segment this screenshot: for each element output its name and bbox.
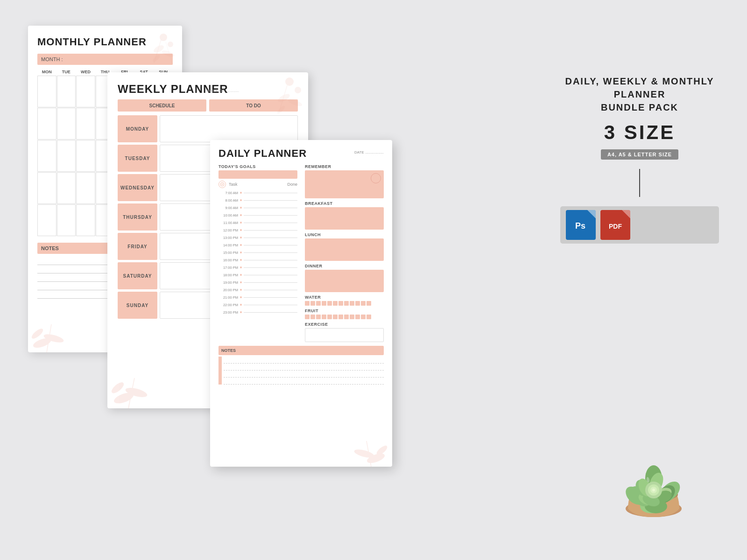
daily-floral-bottom: [341, 425, 392, 467]
table-row: [57, 204, 76, 236]
water-label: WATER: [305, 295, 384, 300]
monthly-floral-bottom: [28, 306, 84, 352]
table-row: [37, 172, 56, 204]
time-1400: 14:00 PM: [218, 241, 297, 249]
format-icons-wrapper: Ps PDF: [560, 206, 719, 244]
svg-point-14: [287, 98, 303, 107]
time-1300: 13:00 PM: [218, 234, 297, 241]
table-row: [76, 204, 95, 236]
lunch-label: LUNCH: [305, 232, 384, 237]
time-800: 8:00 AM: [218, 196, 297, 204]
schedule-header: SCHEDULE: [118, 99, 206, 112]
daily-notes-lines: [218, 357, 384, 385]
day-thursday: THURSDAY: [118, 203, 157, 231]
time-1700: 17:00 PM: [218, 264, 297, 271]
svg-text:PDF: PDF: [609, 223, 622, 230]
task-header: Task Done: [218, 181, 297, 188]
daily-notes-header: NOTES: [218, 346, 384, 355]
breakfast-label: BREAKFAST: [305, 201, 384, 206]
svg-point-22: [221, 183, 223, 185]
day-sunday: SUNDAY: [118, 292, 157, 319]
svg-point-12: [295, 87, 301, 93]
daily-right-col: REMEMBER BREAKFAST LUNCH DINNER WATER: [301, 161, 384, 344]
svg-point-13: [277, 92, 291, 104]
weekly-floral-top: [243, 72, 308, 128]
col-tue: TUE: [57, 70, 76, 74]
time-2300: 23:00 PM: [218, 308, 297, 316]
day-monday: MONDAY: [118, 115, 157, 142]
pdf-format-icon: PDF: [600, 210, 630, 240]
bundle-title: DAILY, WEEKLY & MONTHLY PLANNERBUNDLE PA…: [560, 75, 719, 114]
dinner-box: [305, 270, 384, 292]
breakfast-box: [305, 207, 384, 230]
table-row: [76, 172, 95, 204]
daily-title: DAILY PLANNER: [218, 147, 307, 160]
time-1100: 11:00 AM: [218, 219, 297, 226]
svg-point-53: [652, 489, 655, 491]
week-of-label: WEEK OF .............: [207, 89, 239, 93]
done-label: Done: [287, 182, 297, 187]
time-2000: 20:00 PM: [218, 286, 297, 294]
ps-logo: Ps: [573, 217, 588, 232]
daily-notes: NOTES: [210, 344, 392, 385]
daily-body: TODAY'S GOALS Task Done 7:00 AM 8:00 AM: [210, 161, 392, 344]
svg-point-1: [168, 42, 173, 47]
table-row: [76, 108, 95, 140]
date-line: DATE ..................: [354, 150, 384, 154]
time-1500: 15:00 PM: [218, 249, 297, 256]
daily-left-col: TODAY'S GOALS Task Done 7:00 AM 8:00 AM: [218, 161, 301, 344]
psd-format-icon: Ps: [566, 210, 596, 240]
size-label: 3 SIZE: [560, 121, 719, 144]
exercise-box[interactable]: [305, 328, 384, 342]
weekly-floral-bottom: [107, 357, 168, 408]
svg-point-19: [110, 380, 126, 395]
goals-bar: [218, 170, 297, 179]
dinner-label: DINNER: [305, 264, 384, 268]
time-2200: 22:00 PM: [218, 301, 297, 308]
time-1900: 19:00 PM: [218, 279, 297, 286]
daily-planner: DAILY PLANNER DATE .................. TO…: [210, 140, 392, 467]
time-1600: 16:00 PM: [218, 256, 297, 264]
table-row: [37, 204, 56, 236]
daily-title-row: DAILY PLANNER DATE ..................: [210, 140, 392, 161]
time-1800: 18:00 PM: [218, 271, 297, 279]
fruit-label: FRUIT: [305, 308, 384, 313]
right-info-panel: DAILY, WEEKLY & MONTHLY PLANNERBUNDLE PA…: [560, 75, 719, 244]
exercise-label: EXERCISE: [305, 322, 384, 327]
succulent-svg: [598, 411, 710, 523]
pdf-logo: PDF: [608, 217, 623, 232]
time-1000: 10:00 AM: [218, 211, 297, 219]
table-row: [57, 108, 76, 140]
goals-label: TODAY'S GOALS: [218, 164, 297, 169]
table-row: [57, 140, 76, 172]
lunch-box: [305, 238, 384, 261]
time-2100: 21:00 PM: [218, 294, 297, 301]
table-row: [37, 108, 56, 140]
svg-point-9: [30, 327, 45, 340]
remember-label: REMEMBER: [305, 164, 384, 169]
task-label: Task: [229, 182, 238, 187]
col-mon: MON: [37, 70, 56, 74]
schedule-times: 7:00 AM 8:00 AM 9:00 AM 10:00 AM: [218, 189, 297, 316]
table-row: [76, 76, 95, 107]
svg-text:Ps: Ps: [575, 221, 585, 231]
size-badge: A4, A5 & LETTER SIZE: [601, 149, 678, 160]
table-row: [37, 76, 56, 107]
remember-circle: [371, 173, 381, 183]
remember-box: [305, 170, 384, 198]
time-700: 7:00 AM: [218, 189, 297, 196]
col-wed: WED: [76, 70, 95, 74]
table-row: [57, 76, 76, 107]
task-icon: [218, 181, 226, 188]
time-900: 9:00 AM: [218, 204, 297, 211]
succulent-image: [598, 411, 710, 523]
table-row: [57, 172, 76, 204]
divider: [639, 169, 640, 197]
svg-point-11: [285, 77, 294, 86]
table-row: [37, 140, 56, 172]
water-tracker: [305, 301, 384, 306]
time-1200: 12:00 PM: [218, 226, 297, 234]
day-saturday: SATURDAY: [118, 262, 157, 289]
table-row: [76, 140, 95, 172]
day-tuesday: TUESDAY: [118, 145, 157, 172]
